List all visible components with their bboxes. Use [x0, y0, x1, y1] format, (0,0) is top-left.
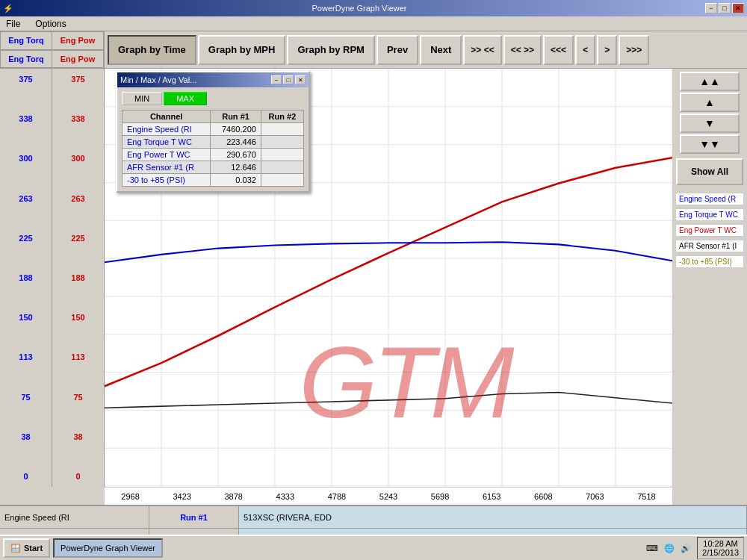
- nav-button-1[interactable]: >> <<: [463, 35, 501, 65]
- nav-button-4[interactable]: <: [575, 35, 595, 65]
- axis-val-blue-0: 375: [19, 75, 32, 84]
- graph-by-time-button[interactable]: Graph by Time: [108, 35, 196, 65]
- row1-run1: 223.446: [211, 136, 261, 149]
- eng-pow-label-2: Eng Pow: [52, 51, 104, 68]
- start-icon: 🪟: [10, 544, 21, 553]
- tray-network-icon: 🌐: [664, 544, 675, 553]
- row1-channel: Eng Torque T WC: [123, 136, 211, 149]
- nav-button-2[interactable]: << >>: [503, 35, 542, 65]
- axis-val-blue-8: 75: [21, 393, 30, 402]
- prev-button[interactable]: Prev: [376, 35, 418, 65]
- eng-torq-label-2: Eng Torq: [1, 51, 52, 68]
- menu-options[interactable]: Options: [32, 17, 69, 31]
- app-icon: ⚡: [3, 4, 13, 13]
- run1-button[interactable]: Run #1: [149, 506, 239, 528]
- scroll-down-fast-button[interactable]: ▼▼: [680, 134, 740, 154]
- row4-run1: 0.032: [211, 174, 261, 187]
- nav-button-5[interactable]: >: [597, 35, 617, 65]
- show-all-button[interactable]: Show All: [676, 158, 743, 185]
- legend-eng-torque[interactable]: Eng Torque T WC: [675, 208, 744, 221]
- menu-bar: File Options: [0, 16, 747, 31]
- dialog-minimize-button[interactable]: −: [271, 75, 282, 84]
- col-header-run1: Run #1: [211, 111, 261, 123]
- dialog-title-buttons: − □ ✕: [271, 75, 306, 84]
- nav-button-3[interactable]: <<<: [543, 35, 574, 65]
- window-title: PowerDyne Graph Viewer: [13, 4, 705, 13]
- row0-run1: 7460.200: [211, 123, 261, 136]
- taskbar-right: ⌨ 🌐 🔊 10:28 AM 2/15/2013: [646, 537, 744, 559]
- row3-run1: 12.646: [211, 161, 261, 174]
- x-label-5: 5243: [362, 488, 414, 505]
- x-label-4: 4788: [311, 488, 362, 505]
- run1-info: 513XSC (RIVERA, EDD: [239, 506, 747, 528]
- axis-val-blue-10: 0: [23, 472, 28, 481]
- minmax-table: Channel Run #1 Run #2 Engine Speed (RI 7…: [122, 110, 304, 187]
- blue-axis: 375 338 300 263 225 188 150 113 75 38 0: [0, 69, 52, 487]
- dialog-tabs: MIN MAX: [122, 92, 304, 105]
- axis-val-red-3: 263: [71, 194, 84, 203]
- x-label-8: 6608: [518, 488, 569, 505]
- row2-run1: 290.670: [211, 149, 261, 161]
- row2-run2: [261, 149, 303, 161]
- axis-val-red-8: 75: [73, 393, 82, 402]
- x-label-2: 3878: [208, 488, 259, 505]
- legend-psi[interactable]: -30 to +85 (PSI): [675, 255, 744, 268]
- left-axis: 375 338 300 263 225 188 150 113 75 38 0 …: [0, 69, 105, 487]
- scroll-up-fast-button[interactable]: ▲▲: [680, 72, 740, 91]
- axis-val-red-10: 0: [75, 472, 80, 481]
- dialog-restore-button[interactable]: □: [283, 75, 294, 84]
- graph-by-rpm-button[interactable]: Graph by RPM: [287, 35, 375, 65]
- axis-val-blue-9: 38: [21, 432, 30, 441]
- logo-text: GTM: [299, 326, 515, 439]
- dialog-close-button[interactable]: ✕: [295, 75, 306, 84]
- row0-channel: Engine Speed (RI: [123, 123, 211, 136]
- row2-channel: Eng Power T WC: [123, 149, 211, 161]
- scroll-down-button[interactable]: ▼: [680, 113, 740, 133]
- maximize-button[interactable]: □: [719, 3, 731, 13]
- tab-min[interactable]: MIN: [122, 92, 162, 105]
- table-row: Eng Torque T WC 223.446: [123, 136, 304, 149]
- axis-val-red-7: 113: [71, 352, 84, 361]
- toolbar: Eng Torq Eng Pow Eng Torq Eng Pow Graph …: [0, 31, 747, 69]
- axis-val-red-0: 375: [71, 75, 84, 84]
- minmax-dialog: Min / Max / Avg Val... − □ ✕ MIN MAX Cha…: [116, 71, 310, 193]
- nav-button-6[interactable]: >>>: [619, 35, 649, 65]
- x-label-9: 7063: [569, 488, 621, 505]
- menu-file[interactable]: File: [3, 17, 23, 31]
- system-clock: 10:28 AM 2/15/2013: [697, 537, 744, 559]
- axis-val-red-9: 38: [73, 432, 82, 441]
- axis-val-blue-6: 150: [19, 313, 32, 322]
- tab-max[interactable]: MAX: [164, 92, 207, 105]
- axis-val-red-1: 338: [71, 114, 84, 123]
- legend-engine-speed[interactable]: Engine Speed (R: [675, 193, 744, 205]
- axis-val-red-2: 300: [71, 154, 84, 163]
- x-axis: 2968 3423 3878 4333 4788 5243 5698 6153 …: [105, 487, 672, 505]
- main-area: 375 338 300 263 225 188 150 113 75 38 0 …: [0, 69, 747, 487]
- x-label-0: 2968: [105, 488, 156, 505]
- x-label-1: 3423: [156, 488, 208, 505]
- axis-val-red-5: 188: [71, 273, 84, 282]
- row4-channel: -30 to +85 (PSI): [123, 174, 211, 187]
- col-label-row-2: Eng Torq Eng Pow: [0, 50, 105, 69]
- minimize-button[interactable]: −: [705, 3, 717, 13]
- start-button[interactable]: 🪟 Start: [3, 538, 50, 558]
- eng-pow-label-1: Eng Pow: [52, 32, 104, 49]
- table-row: Engine Speed (RI 7460.200: [123, 123, 304, 136]
- x-label-7: 6153: [466, 488, 518, 505]
- toolbar-buttons: Graph by Time Graph by MPH Graph by RPM …: [105, 31, 747, 68]
- next-button[interactable]: Next: [420, 35, 462, 65]
- legend-afr[interactable]: AFR Sensor #1 (I: [675, 240, 744, 252]
- bottom-row-1: Engine Speed (RI Run #1 513XSC (RIVERA, …: [0, 506, 747, 529]
- x-label-3: 4333: [259, 488, 311, 505]
- taskbar-task[interactable]: PowerDyne Graph Viewer: [53, 538, 163, 558]
- legend-eng-power[interactable]: Eng Power T WC: [675, 224, 744, 237]
- row4-run2: [261, 174, 303, 187]
- axis-val-blue-3: 263: [19, 194, 32, 203]
- close-button[interactable]: ✕: [732, 3, 744, 13]
- col-header-channel: Channel: [123, 111, 211, 123]
- channel-label: Engine Speed (RI: [0, 506, 149, 528]
- graph-by-mph-button[interactable]: Graph by MPH: [198, 35, 286, 65]
- dialog-content: MIN MAX Channel Run #1 Run #2 Engine Spe…: [117, 87, 309, 191]
- scroll-up-button[interactable]: ▲: [680, 93, 740, 112]
- clock-time: 10:28 AM: [702, 539, 739, 548]
